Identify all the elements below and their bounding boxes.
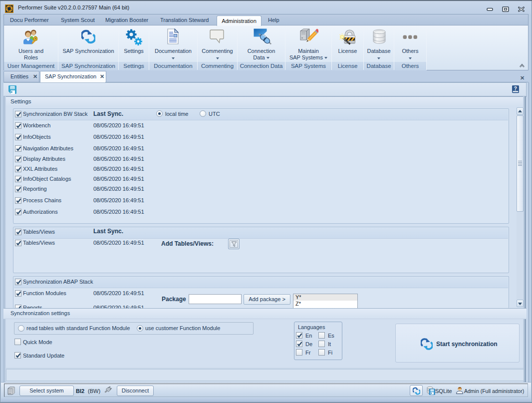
svg-text:?: ? (514, 86, 517, 91)
